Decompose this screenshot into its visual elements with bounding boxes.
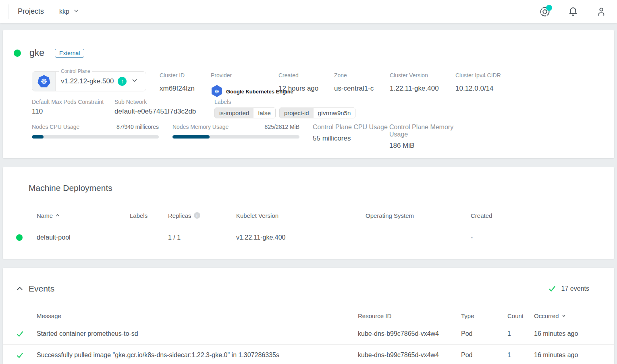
svg-text:☸: ☸ <box>40 77 47 86</box>
event-type-cell: Pod <box>458 352 505 359</box>
nodes-memory-usage: Nodes Memory Usage 825/2812 MiB <box>172 124 299 139</box>
md-kubelet-cell: v1.22.11-gke.400 <box>233 234 363 241</box>
column-header-count: Count <box>505 312 531 319</box>
column-header-created: Created <box>468 212 614 219</box>
check-icon <box>548 285 556 293</box>
column-header-labels: Labels <box>127 212 165 219</box>
event-resource-cell: kube-dns-b99c7865d-vx4w4 <box>355 352 458 359</box>
sort-descending-icon <box>561 312 566 319</box>
project-selector[interactable]: kkp <box>59 8 79 16</box>
label-chip: is-imported false <box>214 108 276 118</box>
event-count-cell: 1 <box>505 330 531 337</box>
upgrade-available-icon[interactable]: ↑ <box>118 77 127 86</box>
events-header: Message Resource ID Type Count Occurred <box>3 308 614 323</box>
project-selector-label: kkp <box>59 8 69 15</box>
column-header-kubelet-version: Kubelet Version <box>233 212 363 219</box>
event-count-cell: 1 <box>505 352 531 359</box>
column-header-occurred[interactable]: Occurred <box>531 312 614 319</box>
md-created-cell: - <box>468 234 614 241</box>
labels-section: Labels is-imported false project-id gtvr… <box>214 98 355 118</box>
events-card: Events 17 events Message Resource ID Typ… <box>3 268 614 364</box>
control-plane-memory-usage: Control Plane Memory Usage 186 MiB <box>389 124 466 150</box>
chevron-down-icon <box>131 77 138 86</box>
status-badge-dot <box>546 5 552 11</box>
event-message-cell: Started container prometheus-to-sd <box>34 330 355 337</box>
field-cluster-version: Cluster Version 1.22.11-gke.400 <box>390 70 455 93</box>
event-occurred-cell: 16 minutes ago <box>531 352 614 359</box>
control-plane-cpu-usage: Control Plane CPU Usage 55 millicores <box>313 124 389 143</box>
field-cluster-cidr: Cluster Ipv4 CIDR 10.12.0.0/14 <box>455 70 501 93</box>
external-badge: External <box>55 49 84 58</box>
column-header-replicas: Replicas i <box>165 212 233 219</box>
md-name-cell: default-pool <box>34 234 127 241</box>
topbar-divider <box>8 4 8 19</box>
collapse-events-button[interactable] <box>15 284 24 293</box>
info-icon[interactable]: i <box>194 212 200 219</box>
field-max-pods: Default Max Pods Constraint 110 <box>32 98 114 116</box>
event-occurred-cell: 16 minutes ago <box>531 330 614 337</box>
clusters-status-button[interactable] <box>539 6 551 18</box>
user-menu-button[interactable] <box>595 6 607 18</box>
notifications-button[interactable] <box>567 6 579 18</box>
machine-deployments-header: Name Labels Replicas i Kubelet Version O… <box>3 209 614 221</box>
projects-link[interactable]: Projects <box>18 7 44 16</box>
svg-text:☸: ☸ <box>214 89 219 95</box>
events-count: 17 events <box>548 285 589 293</box>
memory-progress-bar <box>172 135 299 139</box>
cluster-name: gke <box>29 48 44 58</box>
field-provider: Provider ☸ Google Kubernetes Engine <box>211 70 278 99</box>
event-resource-cell: kube-dns-b99c7865d-vx4w4 <box>355 330 458 337</box>
kubernetes-logo-icon: ☸ <box>32 72 56 91</box>
label-chip: project-id gtvrmw9n5n <box>279 108 355 118</box>
nodes-cpu-usage: Nodes CPU Usage 87/940 millicores <box>32 124 159 139</box>
column-header-type: Type <box>458 312 505 319</box>
event-row: Successfully pulled image "gke.gcr.io/k8… <box>3 345 614 364</box>
machine-deployments-card: Machine Deployments Name Labels Replicas… <box>3 167 614 259</box>
column-header-resource-id: Resource ID <box>355 312 458 319</box>
check-icon <box>16 330 24 338</box>
control-plane-label: Control Plane <box>59 68 92 74</box>
user-icon <box>596 6 607 17</box>
field-cluster-id: Cluster ID xm69f24lzn <box>160 70 211 93</box>
field-sub-network: Sub Network default-e0e57451f7d3c2db <box>114 98 214 116</box>
event-row: Started container prometheus-to-sd kube-… <box>3 323 614 345</box>
cpu-progress-bar <box>32 135 159 139</box>
cluster-overview-card: gke External ☸ Control Plane v1.22.12-gk… <box>3 30 614 158</box>
events-title: Events <box>29 284 54 294</box>
chevron-down-icon <box>73 8 79 16</box>
event-message-cell: Successfully pulled image "gke.gcr.io/k8… <box>34 352 355 359</box>
column-header-message: Message <box>34 312 355 319</box>
bell-icon <box>568 6 578 17</box>
column-header-operating-system: Operating System <box>363 212 468 219</box>
field-created: Created 12 hours ago <box>278 70 334 93</box>
control-plane-version-select[interactable]: ☸ Control Plane v1.22.12-gke.500 ↑ <box>32 71 146 91</box>
sort-ascending-icon <box>55 212 60 219</box>
event-type-cell: Pod <box>458 330 505 337</box>
cluster-health-dot <box>14 50 21 57</box>
top-navigation-bar: Projects kkp <box>0 0 617 23</box>
field-zone: Zone us-central1-c <box>334 70 390 93</box>
gke-provider-icon: ☸ <box>211 85 223 99</box>
machine-deployments-title: Machine Deployments <box>29 183 112 193</box>
md-replicas-cell: 1 / 1 <box>165 234 233 241</box>
machine-deployment-row[interactable]: default-pool 1 / 1 v1.22.11-gke.400 - <box>3 222 614 253</box>
provider-name: Google Kubernetes Engine <box>226 89 272 95</box>
md-status-dot <box>16 234 23 241</box>
column-header-name[interactable]: Name <box>34 212 127 219</box>
control-plane-version: v1.22.12-gke.500 <box>61 77 114 85</box>
check-icon <box>16 352 24 359</box>
